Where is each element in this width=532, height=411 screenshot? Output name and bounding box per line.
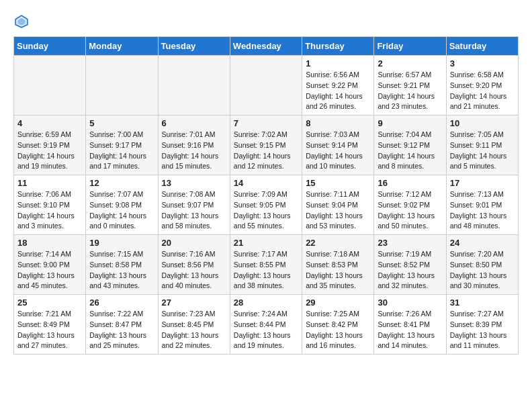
day-info: Sunrise: 7:00 AMSunset: 9:17 PMDaylight:… (89, 130, 154, 172)
logo-icon (13, 13, 30, 30)
calendar-week-4: 25Sunrise: 7:21 AMSunset: 8:49 PMDayligh… (14, 295, 519, 355)
day-info: Sunrise: 7:01 AMSunset: 9:16 PMDaylight:… (162, 130, 226, 172)
day-info: Sunrise: 6:58 AMSunset: 9:20 PMDaylight:… (450, 70, 515, 112)
day-number: 23 (378, 238, 442, 248)
day-number: 9 (378, 118, 442, 128)
calendar-cell: 20Sunrise: 7:16 AMSunset: 8:56 PMDayligh… (158, 235, 230, 295)
day-info: Sunrise: 6:59 AMSunset: 9:19 PMDaylight:… (17, 130, 82, 172)
day-info: Sunrise: 7:23 AMSunset: 8:45 PMDaylight:… (162, 309, 226, 351)
calendar-cell: 31Sunrise: 7:27 AMSunset: 8:39 PMDayligh… (446, 295, 518, 355)
calendar-cell: 28Sunrise: 7:24 AMSunset: 8:44 PMDayligh… (230, 295, 302, 355)
day-info: Sunrise: 7:03 AMSunset: 9:14 PMDaylight:… (306, 130, 370, 172)
calendar-cell: 8Sunrise: 7:03 AMSunset: 9:14 PMDaylight… (302, 116, 374, 175)
calendar-cell: 9Sunrise: 7:04 AMSunset: 9:12 PMDaylight… (374, 116, 446, 175)
calendar-cell: 1Sunrise: 6:56 AMSunset: 9:22 PMDaylight… (302, 56, 374, 116)
day-info: Sunrise: 7:19 AMSunset: 8:52 PMDaylight:… (378, 249, 442, 291)
calendar-cell: 25Sunrise: 7:21 AMSunset: 8:49 PMDayligh… (14, 295, 86, 355)
day-info: Sunrise: 7:07 AMSunset: 9:08 PMDaylight:… (89, 189, 154, 232)
day-number: 13 (162, 178, 226, 188)
calendar-cell: 27Sunrise: 7:23 AMSunset: 8:45 PMDayligh… (158, 295, 230, 355)
day-number: 11 (17, 178, 82, 188)
day-info: Sunrise: 7:12 AMSunset: 9:02 PMDaylight:… (378, 189, 442, 232)
calendar-cell: 22Sunrise: 7:18 AMSunset: 8:53 PMDayligh… (302, 235, 374, 295)
calendar-cell: 19Sunrise: 7:15 AMSunset: 8:58 PMDayligh… (86, 235, 158, 295)
calendar-cell: 29Sunrise: 7:25 AMSunset: 8:42 PMDayligh… (302, 295, 374, 355)
col-header-sunday: Sunday (14, 37, 86, 56)
day-info: Sunrise: 7:18 AMSunset: 8:53 PMDaylight:… (306, 249, 370, 291)
col-header-saturday: Saturday (446, 37, 518, 56)
day-info: Sunrise: 7:14 AMSunset: 9:00 PMDaylight:… (17, 249, 82, 291)
day-info: Sunrise: 7:25 AMSunset: 8:42 PMDaylight:… (306, 309, 370, 351)
day-number: 26 (89, 298, 154, 308)
day-info: Sunrise: 7:06 AMSunset: 9:10 PMDaylight:… (17, 189, 82, 232)
calendar-cell: 3Sunrise: 6:58 AMSunset: 9:20 PMDaylight… (446, 56, 518, 116)
day-info: Sunrise: 7:21 AMSunset: 8:49 PMDaylight:… (17, 309, 82, 351)
calendar-cell: 21Sunrise: 7:17 AMSunset: 8:55 PMDayligh… (230, 235, 302, 295)
page-header (13, 13, 519, 30)
day-number: 16 (378, 178, 442, 188)
day-number: 29 (306, 298, 370, 308)
calendar-cell: 26Sunrise: 7:22 AMSunset: 8:47 PMDayligh… (86, 295, 158, 355)
day-number: 7 (234, 118, 298, 128)
calendar-cell (230, 56, 302, 116)
calendar-cell: 12Sunrise: 7:07 AMSunset: 9:08 PMDayligh… (86, 175, 158, 235)
calendar-cell: 2Sunrise: 6:57 AMSunset: 9:21 PMDaylight… (374, 56, 446, 116)
col-header-friday: Friday (374, 37, 446, 56)
day-number: 15 (306, 178, 370, 188)
day-number: 6 (162, 118, 226, 128)
calendar-cell: 24Sunrise: 7:20 AMSunset: 8:50 PMDayligh… (446, 235, 518, 295)
calendar-cell: 6Sunrise: 7:01 AMSunset: 9:16 PMDaylight… (158, 116, 230, 175)
calendar-cell: 18Sunrise: 7:14 AMSunset: 9:00 PMDayligh… (14, 235, 86, 295)
day-info: Sunrise: 7:09 AMSunset: 9:05 PMDaylight:… (234, 189, 298, 232)
calendar-cell: 5Sunrise: 7:00 AMSunset: 9:17 PMDaylight… (86, 116, 158, 175)
calendar-cell: 10Sunrise: 7:05 AMSunset: 9:11 PMDayligh… (446, 116, 518, 175)
day-info: Sunrise: 6:57 AMSunset: 9:21 PMDaylight:… (378, 70, 442, 112)
calendar-cell (158, 56, 230, 116)
calendar-cell: 17Sunrise: 7:13 AMSunset: 9:01 PMDayligh… (446, 175, 518, 235)
day-number: 1 (306, 58, 370, 68)
calendar-cell: 15Sunrise: 7:11 AMSunset: 9:04 PMDayligh… (302, 175, 374, 235)
calendar-cell (86, 56, 158, 116)
day-info: Sunrise: 7:05 AMSunset: 9:11 PMDaylight:… (450, 130, 515, 172)
day-number: 3 (450, 58, 515, 68)
calendar-header-row: SundayMondayTuesdayWednesdayThursdayFrid… (14, 37, 519, 56)
day-info: Sunrise: 7:17 AMSunset: 8:55 PMDaylight:… (234, 249, 298, 291)
day-number: 19 (89, 238, 154, 248)
day-number: 5 (89, 118, 154, 128)
calendar-table: SundayMondayTuesdayWednesdayThursdayFrid… (13, 36, 519, 355)
day-info: Sunrise: 7:04 AMSunset: 9:12 PMDaylight:… (378, 130, 442, 172)
day-number: 14 (234, 178, 298, 188)
calendar-cell: 13Sunrise: 7:08 AMSunset: 9:07 PMDayligh… (158, 175, 230, 235)
day-number: 31 (450, 298, 515, 308)
calendar-week-1: 4Sunrise: 6:59 AMSunset: 9:19 PMDaylight… (14, 116, 519, 175)
day-number: 28 (234, 298, 298, 308)
day-info: Sunrise: 7:27 AMSunset: 8:39 PMDaylight:… (450, 309, 515, 351)
day-info: Sunrise: 7:15 AMSunset: 8:58 PMDaylight:… (89, 249, 154, 291)
day-number: 8 (306, 118, 370, 128)
calendar-cell: 11Sunrise: 7:06 AMSunset: 9:10 PMDayligh… (14, 175, 86, 235)
col-header-tuesday: Tuesday (158, 37, 230, 56)
calendar-cell: 4Sunrise: 6:59 AMSunset: 9:19 PMDaylight… (14, 116, 86, 175)
day-number: 25 (17, 298, 82, 308)
col-header-thursday: Thursday (302, 37, 374, 56)
day-number: 22 (306, 238, 370, 248)
day-info: Sunrise: 7:08 AMSunset: 9:07 PMDaylight:… (162, 189, 226, 232)
day-number: 30 (378, 298, 442, 308)
day-number: 10 (450, 118, 515, 128)
calendar-cell: 7Sunrise: 7:02 AMSunset: 9:15 PMDaylight… (230, 116, 302, 175)
calendar-cell: 23Sunrise: 7:19 AMSunset: 8:52 PMDayligh… (374, 235, 446, 295)
day-number: 2 (378, 58, 442, 68)
day-number: 4 (17, 118, 82, 128)
calendar-cell: 30Sunrise: 7:26 AMSunset: 8:41 PMDayligh… (374, 295, 446, 355)
day-info: Sunrise: 7:13 AMSunset: 9:01 PMDaylight:… (450, 189, 515, 232)
calendar-week-2: 11Sunrise: 7:06 AMSunset: 9:10 PMDayligh… (14, 175, 519, 235)
day-number: 12 (89, 178, 154, 188)
col-header-wednesday: Wednesday (230, 37, 302, 56)
calendar-week-3: 18Sunrise: 7:14 AMSunset: 9:00 PMDayligh… (14, 235, 519, 295)
day-number: 21 (234, 238, 298, 248)
day-info: Sunrise: 7:02 AMSunset: 9:15 PMDaylight:… (234, 130, 298, 172)
day-info: Sunrise: 7:26 AMSunset: 8:41 PMDaylight:… (378, 309, 442, 351)
logo (13, 13, 32, 30)
day-info: Sunrise: 7:11 AMSunset: 9:04 PMDaylight:… (306, 189, 370, 232)
col-header-monday: Monday (86, 37, 158, 56)
